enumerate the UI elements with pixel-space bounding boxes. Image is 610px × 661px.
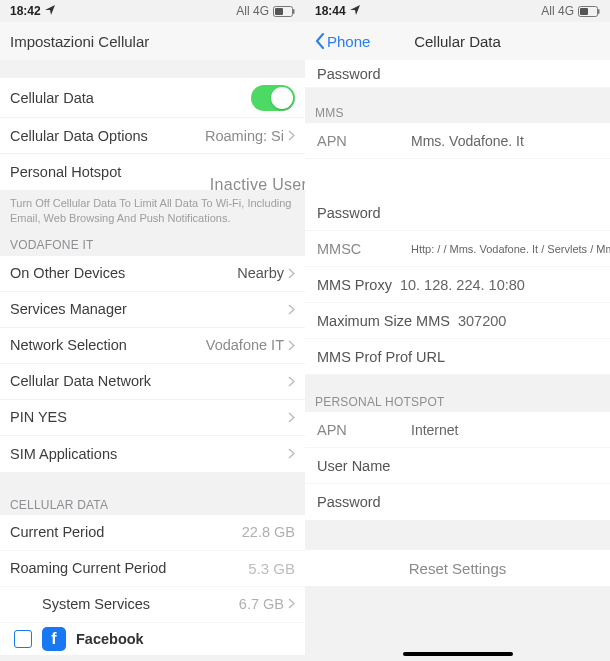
left-pane: 18:42 All 4G Impostazioni Cellular Cellu… <box>0 0 305 661</box>
status-network: All 4G <box>236 4 269 18</box>
chevron-right-icon <box>288 268 295 279</box>
status-time: 18:44 <box>315 4 346 18</box>
chevron-right-icon <box>288 448 295 459</box>
status-bar: 18:42 All 4G <box>0 0 305 22</box>
on-other-devices-row[interactable]: On Other Devices Nearby <box>0 256 305 292</box>
cellular-data-label: Cellular Data <box>10 90 94 106</box>
sim-applications-row[interactable]: SIM Applications <box>0 436 305 472</box>
svg-rect-5 <box>580 8 588 15</box>
home-indicator <box>403 652 513 656</box>
mms-password-field[interactable]: Password <box>305 195 610 231</box>
network-selection-row[interactable]: Network Selection Vodafone IT <box>0 328 305 364</box>
facebook-row[interactable]: f Facebook <box>0 623 305 655</box>
chevron-right-icon <box>288 412 295 423</box>
cellular-data-toggle-row[interactable]: Cellular Data <box>0 78 305 118</box>
mms-max-size-field[interactable]: Maximum Size MMS 307200 <box>305 303 610 339</box>
mmsc-field[interactable]: MMSC Http: / / Mms. Vodafone. It / Servl… <box>305 231 610 267</box>
mms-proxy-field[interactable]: MMS Proxy 10. 128. 224. 10:80 <box>305 267 610 303</box>
nav-bar: Impostazioni Cellular <box>0 22 305 60</box>
hotspot-username-field[interactable]: User Name <box>305 448 610 484</box>
current-period-row: Current Period 22.8 GB <box>0 515 305 551</box>
location-icon <box>350 5 360 15</box>
mms-section-header: MMS <box>305 102 610 123</box>
mms-prof-url-field[interactable]: MMS Prof Prof URL <box>305 339 610 375</box>
carrier-section-header: VODAFONE IT <box>0 232 305 256</box>
nav-title: Impostazioni Cellular <box>10 33 149 50</box>
cellular-data-hint: Turn Off Cellular Data To Limit All Data… <box>0 190 305 232</box>
pin-row[interactable]: PIN YES <box>0 400 305 436</box>
cellular-data-toggle[interactable] <box>251 85 295 111</box>
svg-rect-2 <box>275 8 283 15</box>
svg-rect-1 <box>293 9 295 14</box>
reset-settings-button[interactable]: Reset Settings <box>305 550 610 586</box>
mms-apn-field[interactable]: APN Mms. Vodafone. It <box>305 123 610 159</box>
nav-title: Cellular Data <box>305 33 610 50</box>
chevron-right-icon <box>288 130 295 141</box>
services-manager-row[interactable]: Services Manager <box>0 292 305 328</box>
personal-hotspot-row[interactable]: Personal Hotspot <box>0 154 305 190</box>
checkbox-icon[interactable] <box>14 630 32 648</box>
system-services-row[interactable]: System Services 6.7 GB <box>0 587 305 623</box>
personal-hotspot-section-header: PERSONAL HOTSPOT <box>305 391 610 412</box>
cellular-data-network-row[interactable]: Cellular Data Network <box>0 364 305 400</box>
right-pane: 18:44 All 4G Phone Cellular Data <box>305 0 610 661</box>
hotspot-password-field[interactable]: Password <box>305 484 610 520</box>
chevron-right-icon <box>288 376 295 387</box>
hotspot-apn-field[interactable]: APN Internet <box>305 412 610 448</box>
svg-rect-4 <box>598 9 600 14</box>
chevron-right-icon <box>288 596 295 612</box>
battery-icon <box>578 6 600 17</box>
status-time: 18:42 <box>10 4 41 18</box>
status-bar: 18:44 All 4G <box>305 0 610 22</box>
chevron-right-icon <box>288 340 295 351</box>
cellular-data-usage-header: CELLULAR DATA <box>0 494 305 515</box>
location-icon <box>45 5 55 15</box>
cellular-data-options-row[interactable]: Cellular Data Options Roaming: Si <box>0 118 305 154</box>
roaming-current-period-row: Roaming Current Period 5.3 GB <box>0 551 305 587</box>
top-password-field[interactable]: Password <box>305 60 610 88</box>
battery-icon <box>273 6 295 17</box>
chevron-right-icon <box>288 304 295 315</box>
status-network: All 4G <box>541 4 574 18</box>
nav-bar: Phone Cellular Data <box>305 22 610 60</box>
facebook-icon: f <box>42 627 66 651</box>
